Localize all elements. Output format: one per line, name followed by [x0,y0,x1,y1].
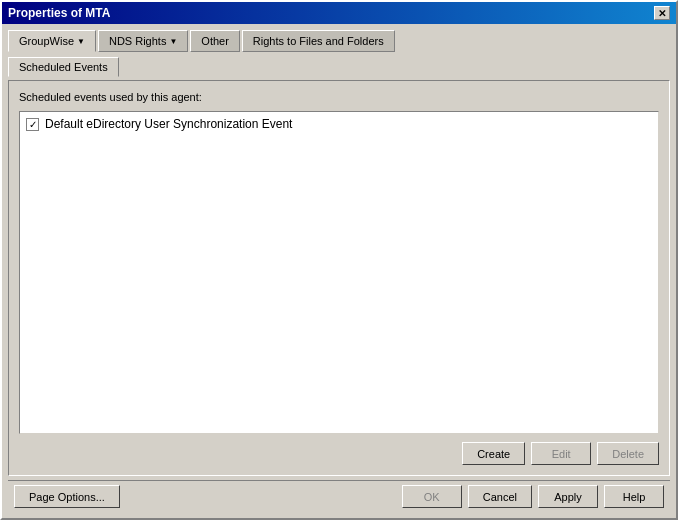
scheduled-events-list[interactable]: ✓ Default eDirectory User Synchronizatio… [19,111,659,434]
tab-groupwise[interactable]: GroupWise ▼ [8,30,96,52]
tab-other-label: Other [201,35,229,47]
top-tab-bar: GroupWise ▼ NDS Rights ▼ Other Rights to… [8,30,670,52]
bottom-left: Page Options... [14,485,120,508]
event-label: Default eDirectory User Synchronization … [45,117,292,131]
tab-groupwise-label: GroupWise [19,35,74,47]
tab-scheduled-events-label: Scheduled Events [19,61,108,73]
nds-rights-dropdown-icon[interactable]: ▼ [169,37,177,46]
help-button[interactable]: Help [604,485,664,508]
content-area: Scheduled events used by this agent: ✓ D… [8,80,670,476]
tab-scheduled-events[interactable]: Scheduled Events [8,57,119,77]
page-options-button[interactable]: Page Options... [14,485,120,508]
tab-rights-files[interactable]: Rights to Files and Folders [242,30,395,52]
sub-tab-bar: Scheduled Events [8,57,670,77]
cancel-button[interactable]: Cancel [468,485,532,508]
tab-nds-rights[interactable]: NDS Rights ▼ [98,30,188,52]
tab-rights-files-label: Rights to Files and Folders [253,35,384,47]
apply-button[interactable]: Apply [538,485,598,508]
list-item: ✓ Default eDirectory User Synchronizatio… [24,116,654,132]
close-button[interactable]: ✕ [654,6,670,20]
main-window: Properties of MTA ✕ GroupWise ▼ NDS Righ… [0,0,678,520]
edit-button[interactable]: Edit [531,442,591,465]
window-title: Properties of MTA [8,6,110,20]
create-button[interactable]: Create [462,442,525,465]
bottom-right: OK Cancel Apply Help [402,485,664,508]
window-body: GroupWise ▼ NDS Rights ▼ Other Rights to… [2,24,676,518]
event-checkbox[interactable]: ✓ [26,118,39,131]
tab-other[interactable]: Other [190,30,240,52]
section-label: Scheduled events used by this agent: [19,91,659,103]
bottom-bar: Page Options... OK Cancel Apply Help [8,480,670,512]
title-bar: Properties of MTA ✕ [2,2,676,24]
ok-button[interactable]: OK [402,485,462,508]
action-buttons: Create Edit Delete [19,442,659,465]
groupwise-dropdown-icon[interactable]: ▼ [77,37,85,46]
tab-nds-rights-label: NDS Rights [109,35,166,47]
delete-button[interactable]: Delete [597,442,659,465]
